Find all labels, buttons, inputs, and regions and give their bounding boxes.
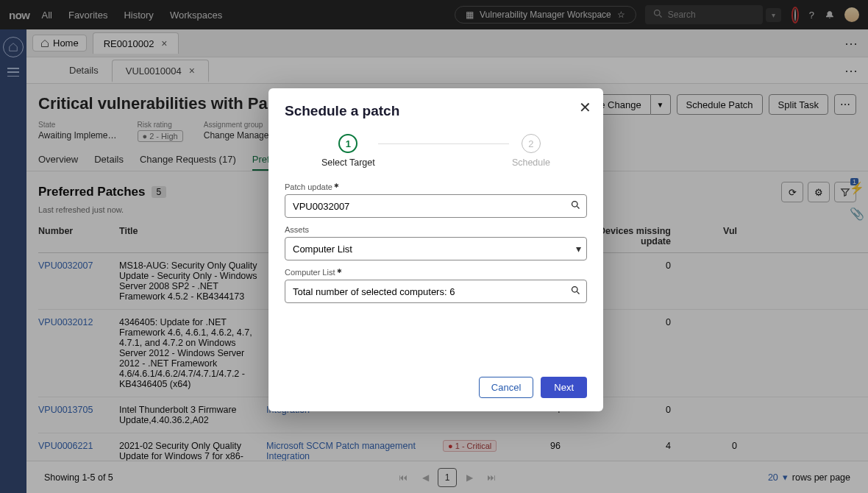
step-1-circle: 1: [338, 134, 357, 153]
step-2[interactable]: 2 Schedule: [512, 134, 550, 168]
svg-line-3: [577, 206, 579, 208]
modal-actions: Cancel Next: [285, 377, 587, 398]
cancel-button[interactable]: Cancel: [479, 377, 533, 398]
modal-title: Schedule a patch: [285, 103, 587, 119]
assets-value: Computer List: [293, 244, 352, 255]
patch-update-input[interactable]: [285, 194, 587, 218]
computer-list-input[interactable]: [285, 280, 587, 303]
search-icon[interactable]: [570, 285, 581, 298]
step-line: [378, 143, 509, 144]
search-icon[interactable]: [570, 199, 581, 213]
step-2-circle: 2: [522, 134, 541, 153]
chevron-down-icon[interactable]: ▾: [576, 243, 581, 255]
step-1[interactable]: 1 Select Target: [321, 134, 375, 168]
assets-label: Assets: [285, 225, 587, 234]
step-1-label: Select Target: [321, 157, 375, 168]
stepper: 1 Select Target 2 Schedule: [285, 134, 587, 168]
schedule-patch-modal: ✕ Schedule a patch 1 Select Target 2 Sch…: [268, 88, 603, 411]
svg-point-2: [572, 202, 578, 208]
assets-select[interactable]: Computer List: [285, 237, 587, 260]
svg-line-5: [577, 291, 579, 294]
next-button[interactable]: Next: [541, 377, 587, 398]
step-2-label: Schedule: [512, 157, 550, 168]
svg-point-4: [572, 287, 578, 293]
modal-close-button[interactable]: ✕: [579, 99, 591, 116]
patch-update-label: Patch update: [285, 182, 587, 191]
computer-list-label: Computer List: [285, 268, 587, 277]
